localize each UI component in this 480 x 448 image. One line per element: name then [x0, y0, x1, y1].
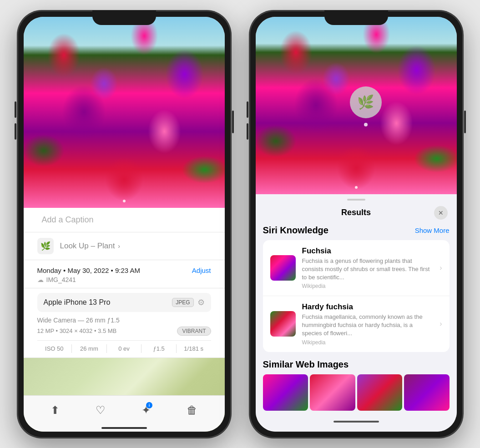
date-row: Monday • May 30, 2022 • 9:23 AM Adjust [37, 267, 211, 274]
similar-image-4[interactable] [404, 374, 450, 411]
delete-button[interactable]: 🗑 [187, 404, 197, 417]
lookup-icon: 🌿 [37, 238, 54, 254]
device-badges: JPEG ⚙ [172, 297, 204, 307]
exif-shutter: 1/181 s [177, 344, 211, 353]
trash-icon: 🗑 [187, 404, 197, 417]
siri-bubble: 🌿 [350, 86, 382, 118]
file-size: 3.5 MB [98, 327, 116, 334]
power-button[interactable] [232, 111, 234, 133]
lookup-row[interactable]: 🌿 Look Up – Plant › [24, 232, 225, 260]
siri-dot [364, 123, 368, 126]
photo-date: Monday • May 30, 2022 • 9:23 AM [37, 267, 140, 274]
hardy-name: Hardy fuchsia [302, 302, 434, 312]
similar-image-2[interactable] [310, 374, 355, 411]
cloud-icon: ☁ [37, 276, 44, 283]
exif-row: ISO 50 26 mm 0 ev ƒ1.5 1/181 s [37, 340, 211, 353]
camera-info: Wide Camera — 26 mm ƒ1.5 [37, 317, 211, 324]
volume-down-button-right[interactable] [247, 123, 248, 140]
fuchsia-source: Wikipedia [302, 283, 434, 289]
file-name: IMG_4241 [46, 276, 76, 283]
hardy-source: Wikipedia [302, 339, 434, 346]
results-title: Results [278, 208, 434, 217]
fuchsia-chevron-icon: › [440, 264, 442, 272]
right-phone: 🌿 Results ✕ Siri Knowledge [249, 10, 463, 438]
home-bar [101, 427, 147, 429]
volume-down-button[interactable] [15, 123, 16, 140]
close-button[interactable]: ✕ [434, 206, 448, 220]
photo-area[interactable] [24, 17, 225, 208]
power-button-right[interactable] [464, 111, 466, 133]
volume-up-button-right[interactable] [247, 101, 248, 118]
fuchsia-description: Fuchsia is a genus of flowering plants t… [302, 257, 434, 282]
lookup-chevron-icon: › [118, 242, 120, 250]
heart-icon: ♡ [96, 404, 106, 417]
hardy-text: Hardy fuchsia Fuchsia magellanica, commo… [302, 302, 434, 346]
similar-image-1[interactable] [263, 374, 308, 411]
gear-icon[interactable]: ⚙ [197, 297, 205, 307]
format-badge: JPEG [172, 298, 193, 307]
exif-ev: 0 ev [107, 344, 142, 353]
knowledge-card: Fuchsia Fuchsia is a genus of flowering … [263, 240, 450, 352]
device-name: Apple iPhone 13 Pro [44, 298, 111, 307]
camera-spec-row: 12 MP • 3024 × 4032 • 3.5 MB VIBRANT [37, 327, 211, 336]
siri-knowledge-title: Siri Knowledge [263, 225, 328, 236]
results-panel: Results ✕ Siri Knowledge Show More [256, 194, 457, 432]
right-phone-screen: 🌿 Results ✕ Siri Knowledge [256, 17, 457, 432]
knowledge-item-hardy[interactable]: Hardy fuchsia Fuchsia magellanica, commo… [263, 296, 450, 352]
similar-images-title: Similar Web Images [263, 359, 450, 370]
results-header: Results ✕ [256, 201, 457, 225]
left-phone: Add a Caption 🌿 Look Up – Plant › Monday… [17, 10, 231, 438]
similar-images-row [263, 374, 450, 411]
hardy-thumbnail [270, 311, 296, 337]
phones-container: Add a Caption 🌿 Look Up – Plant › Monday… [17, 10, 463, 438]
exif-focal: 26 mm [72, 344, 107, 353]
siri-knowledge-header: Siri Knowledge Show More [263, 225, 450, 236]
file-row: ☁ IMG_4241 [37, 276, 211, 283]
bottom-toolbar: ⬆ ♡ ✦ i 🗑 [24, 395, 225, 432]
exif-aperture: ƒ1.5 [141, 344, 177, 353]
right-photo-indicator [355, 186, 358, 189]
exif-iso: ISO 50 [37, 344, 72, 353]
hardy-description: Fuchsia magellanica, commonly known as t… [302, 313, 434, 338]
lookup-text: Look Up – Plant › [60, 242, 120, 251]
fuchsia-name: Fuchsia [302, 247, 434, 256]
volume-up-button[interactable] [15, 101, 16, 118]
share-button[interactable]: ⬆ [51, 404, 60, 417]
lookup-subject: Plant [97, 242, 115, 250]
resolution: 3024 × 4032 [60, 327, 93, 334]
caption-area[interactable]: Add a Caption [24, 208, 225, 232]
share-icon: ⬆ [51, 404, 60, 417]
right-photo-area: 🌿 [256, 17, 457, 194]
megapixels: 12 MP [37, 327, 54, 334]
photo-page-indicator [123, 200, 126, 202]
camera-specs: 12 MP • 3024 × 4032 • 3.5 MB [37, 327, 117, 334]
info-button[interactable]: ✦ i [141, 404, 151, 417]
caption-placeholder[interactable]: Add a Caption [42, 215, 94, 224]
fuchsia-thumbnail [270, 255, 296, 281]
favorite-button[interactable]: ♡ [96, 404, 106, 417]
hardy-chevron-icon: › [440, 320, 442, 328]
left-phone-screen: Add a Caption 🌿 Look Up – Plant › Monday… [24, 17, 225, 432]
knowledge-item-fuchsia[interactable]: Fuchsia Fuchsia is a genus of flowering … [263, 240, 450, 297]
fuchsia-text: Fuchsia Fuchsia is a genus of flowering … [302, 247, 434, 290]
similar-image-3[interactable] [357, 374, 403, 411]
device-row: Apple iPhone 13 Pro JPEG ⚙ [37, 293, 211, 312]
results-content: Siri Knowledge Show More Fuchsia Fuchsia… [256, 225, 457, 432]
right-home-bar [333, 421, 379, 423]
device-section: Apple iPhone 13 Pro JPEG ⚙ Wide Camera —… [24, 288, 225, 358]
lookup-label: Look Up – [60, 242, 96, 250]
adjust-button[interactable]: Adjust [192, 267, 211, 274]
metadata-section: Monday • May 30, 2022 • 9:23 AM Adjust ☁… [24, 260, 225, 288]
show-more-button[interactable]: Show More [415, 227, 450, 234]
vibrant-badge: VIBRANT [177, 327, 211, 336]
flowers-image [24, 17, 225, 208]
info-badge: i [146, 402, 152, 408]
similar-images-section: Similar Web Images [263, 359, 450, 411]
